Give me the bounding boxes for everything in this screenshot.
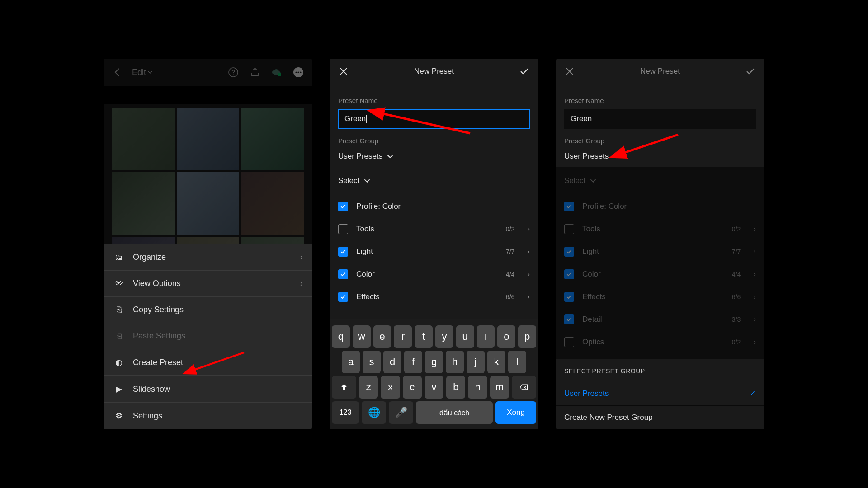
checkbox-icon[interactable] bbox=[564, 337, 574, 347]
checkbox-icon[interactable] bbox=[338, 247, 348, 257]
confirm-icon[interactable] bbox=[745, 66, 756, 77]
option-detail[interactable]: Detail3/3› bbox=[564, 308, 756, 331]
key-j[interactable]: j bbox=[467, 351, 485, 373]
checkbox-icon[interactable] bbox=[338, 292, 348, 302]
option-profile[interactable]: Profile: Color bbox=[564, 195, 756, 218]
key-a[interactable]: a bbox=[342, 351, 360, 373]
key-e[interactable]: e bbox=[373, 325, 392, 348]
option-optics[interactable]: Optics0/2› bbox=[564, 331, 756, 353]
close-icon[interactable] bbox=[338, 66, 349, 77]
edit-dropdown[interactable]: Edit bbox=[132, 68, 152, 77]
menu-settings[interactable]: ⚙Settings bbox=[104, 403, 312, 429]
photo-thumbnail[interactable] bbox=[241, 172, 304, 235]
key-l[interactable]: l bbox=[508, 351, 526, 373]
key-mic[interactable]: 🎤 bbox=[389, 401, 413, 424]
svg-text:?: ? bbox=[231, 69, 235, 76]
key-b[interactable]: b bbox=[446, 376, 465, 399]
new-preset-header: New Preset bbox=[330, 59, 538, 84]
close-icon[interactable] bbox=[564, 66, 575, 77]
preset-name-input[interactable]: Green bbox=[338, 109, 530, 129]
key-shift[interactable] bbox=[332, 376, 356, 399]
key-spacebar[interactable]: dấu cách bbox=[416, 401, 493, 424]
key-t[interactable]: t bbox=[415, 325, 433, 348]
help-icon[interactable]: ? bbox=[228, 67, 239, 78]
key-s[interactable]: s bbox=[363, 351, 381, 373]
menu-copy-settings[interactable]: ⎘Copy Settings bbox=[104, 297, 312, 323]
checkbox-icon[interactable] bbox=[338, 224, 348, 234]
key-q[interactable]: q bbox=[332, 325, 350, 348]
header-title: New Preset bbox=[414, 67, 454, 76]
key-o[interactable]: o bbox=[497, 325, 515, 348]
option-color[interactable]: Color4/4› bbox=[564, 263, 756, 286]
checkbox-icon[interactable] bbox=[338, 269, 348, 279]
header-title: New Preset bbox=[640, 67, 680, 76]
option-tools[interactable]: Tools0/2› bbox=[564, 218, 756, 240]
key-u[interactable]: u bbox=[456, 325, 474, 348]
menu-view-options[interactable]: 👁View Options› bbox=[104, 271, 312, 297]
key-d[interactable]: d bbox=[383, 351, 401, 373]
preset-icon: ◐ bbox=[113, 357, 125, 367]
chevron-right-icon: › bbox=[753, 338, 756, 347]
checkbox-icon[interactable] bbox=[564, 314, 574, 324]
key-y[interactable]: y bbox=[435, 325, 453, 348]
menu-slideshow[interactable]: ▶Slideshow bbox=[104, 376, 312, 403]
photo-thumbnail[interactable] bbox=[112, 108, 175, 170]
checkbox-icon[interactable] bbox=[564, 224, 574, 234]
key-done[interactable]: Xong bbox=[495, 401, 536, 424]
key-numbers[interactable]: 123 bbox=[332, 401, 359, 424]
checkbox-icon[interactable] bbox=[564, 202, 574, 211]
key-backspace[interactable] bbox=[512, 376, 536, 399]
preset-group-dropdown[interactable]: User Presets bbox=[338, 149, 530, 164]
option-effects[interactable]: Effects6/6› bbox=[564, 286, 756, 308]
key-globe[interactable]: 🌐 bbox=[362, 401, 386, 424]
key-v[interactable]: v bbox=[425, 376, 443, 399]
checkbox-icon[interactable] bbox=[338, 202, 348, 211]
photo-thumbnail[interactable] bbox=[177, 172, 239, 235]
key-c[interactable]: c bbox=[403, 376, 422, 399]
key-w[interactable]: w bbox=[353, 325, 371, 348]
option-color[interactable]: Color4/4› bbox=[338, 263, 530, 286]
paste-icon: ⎗ bbox=[113, 331, 125, 341]
key-r[interactable]: r bbox=[394, 325, 412, 348]
chevron-right-icon: › bbox=[753, 270, 756, 279]
key-n[interactable]: n bbox=[468, 376, 487, 399]
option-light[interactable]: Light7/7› bbox=[338, 240, 530, 263]
checkbox-icon[interactable] bbox=[564, 247, 574, 257]
chevron-right-icon: › bbox=[753, 292, 756, 301]
key-i[interactable]: i bbox=[477, 325, 495, 348]
tutorial-stage: Edit ? 🗂Organize› 👁View Options› ⎘Copy S… bbox=[0, 0, 868, 488]
menu-create-preset[interactable]: ◐Create Preset bbox=[104, 349, 312, 376]
key-x[interactable]: x bbox=[381, 376, 400, 399]
organize-icon: 🗂 bbox=[113, 253, 125, 262]
back-icon[interactable] bbox=[112, 67, 123, 78]
photo-thumbnail[interactable] bbox=[177, 108, 239, 170]
photo-thumbnail[interactable] bbox=[241, 108, 304, 170]
preset-group-label: Preset Group bbox=[564, 137, 756, 145]
key-k[interactable]: k bbox=[487, 351, 505, 373]
select-dropdown[interactable]: Select bbox=[338, 174, 530, 188]
key-z[interactable]: z bbox=[359, 376, 378, 399]
share-icon[interactable] bbox=[250, 67, 260, 78]
checkbox-icon[interactable] bbox=[564, 292, 574, 302]
option-light[interactable]: Light7/7› bbox=[564, 240, 756, 263]
option-tools[interactable]: Tools0/2› bbox=[338, 218, 530, 240]
chevron-right-icon: › bbox=[527, 292, 530, 301]
photo-thumbnail[interactable] bbox=[112, 172, 175, 235]
preset-name-input[interactable]: Green bbox=[564, 109, 756, 129]
option-profile[interactable]: Profile: Color bbox=[338, 195, 530, 218]
menu-organize[interactable]: 🗂Organize› bbox=[104, 244, 312, 271]
confirm-icon[interactable] bbox=[519, 66, 530, 77]
option-effects[interactable]: Effects6/6› bbox=[338, 286, 530, 308]
preset-group-dropdown[interactable]: User Presets bbox=[564, 149, 756, 164]
sheet-user-presets[interactable]: User Presets✓ bbox=[556, 381, 764, 405]
key-g[interactable]: g bbox=[425, 351, 443, 373]
select-dropdown[interactable]: Select bbox=[564, 174, 756, 188]
checkbox-icon[interactable] bbox=[564, 269, 574, 279]
key-f[interactable]: f bbox=[404, 351, 422, 373]
key-m[interactable]: m bbox=[490, 376, 509, 399]
sheet-create-new-group[interactable]: Create New Preset Group bbox=[556, 405, 764, 429]
cloud-icon[interactable] bbox=[271, 67, 282, 78]
key-h[interactable]: h bbox=[446, 351, 464, 373]
key-p[interactable]: p bbox=[518, 325, 536, 348]
more-icon[interactable] bbox=[293, 67, 304, 78]
